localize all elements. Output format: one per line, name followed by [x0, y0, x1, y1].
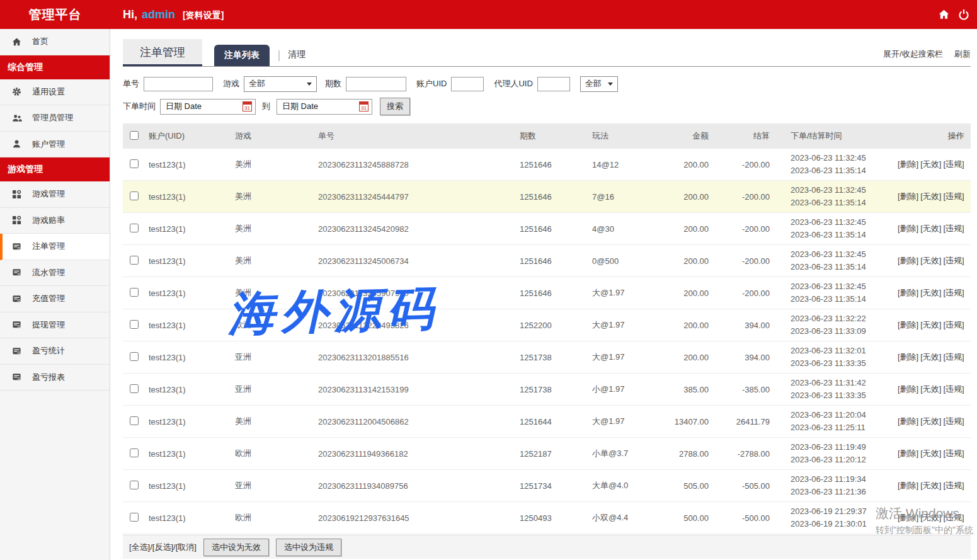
- period-input[interactable]: [346, 77, 406, 91]
- row-checkbox[interactable]: [130, 481, 139, 489]
- profile-settings-link[interactable]: [资料设置]: [183, 10, 224, 21]
- cell-order-no: 20230623113245420982: [318, 224, 520, 234]
- row-checkbox[interactable]: [130, 416, 139, 425]
- cell-settle: -505.00: [709, 481, 770, 491]
- refresh-link[interactable]: 刷新: [954, 49, 971, 60]
- violation-link[interactable]: [违规]: [943, 449, 964, 458]
- delete-link[interactable]: [删除]: [898, 224, 918, 233]
- sidebar-item[interactable]: 账户管理: [0, 132, 110, 158]
- settle-time: 2023-06-23 11:35:14: [791, 229, 896, 241]
- status-select[interactable]: 全部: [580, 76, 618, 92]
- tab-order-list[interactable]: 注单列表: [214, 45, 270, 66]
- select-all-links[interactable]: [全选]/[反选]/[取消]: [129, 542, 197, 553]
- sidebar-item[interactable]: 充值管理: [0, 286, 110, 312]
- order-time: 2023-06-23 11:32:45: [791, 248, 896, 261]
- invalid-link[interactable]: [无效]: [920, 159, 941, 169]
- tab-clean[interactable]: 清理: [288, 49, 306, 66]
- violation-link[interactable]: [违规]: [943, 384, 964, 394]
- sidebar-item[interactable]: 提现管理: [0, 312, 110, 339]
- invalid-link[interactable]: [无效]: [920, 513, 941, 522]
- delete-link[interactable]: [删除]: [898, 384, 918, 394]
- row-checkbox[interactable]: [130, 288, 139, 297]
- order-no-input[interactable]: [144, 77, 213, 91]
- invalid-link[interactable]: [无效]: [920, 416, 941, 426]
- row-checkbox-cell: [123, 416, 149, 427]
- invalid-link[interactable]: [无效]: [920, 384, 941, 394]
- violation-link[interactable]: [违规]: [943, 416, 964, 426]
- delete-link[interactable]: [删除]: [898, 256, 918, 265]
- row-checkbox-cell: [123, 384, 149, 395]
- violation-link[interactable]: [违规]: [943, 352, 964, 362]
- invalid-link[interactable]: [无效]: [920, 191, 941, 201]
- date-from-input[interactable]: 日期 Date: [160, 99, 256, 115]
- agent-uid-input[interactable]: [537, 77, 570, 91]
- cell-order-no: 20230623113222493826: [318, 321, 520, 330]
- row-checkbox[interactable]: [130, 224, 139, 232]
- username: admin: [142, 8, 175, 21]
- delete-link[interactable]: [删除]: [898, 159, 918, 169]
- sidebar-item[interactable]: 流水管理: [0, 260, 110, 287]
- row-checkbox[interactable]: [130, 191, 139, 200]
- delete-link[interactable]: [删除]: [898, 352, 918, 362]
- delete-link[interactable]: [删除]: [898, 513, 918, 522]
- home-icon[interactable]: [938, 9, 950, 20]
- invalid-link[interactable]: [无效]: [920, 320, 941, 329]
- sidebar-item-label: 盈亏统计: [32, 345, 65, 357]
- invalid-link[interactable]: [无效]: [920, 449, 941, 458]
- sidebar-item[interactable]: 管理员管理: [0, 105, 110, 132]
- violation-link[interactable]: [违规]: [943, 224, 964, 233]
- toggle-search-link[interactable]: 展开/收起搜索栏: [883, 49, 943, 60]
- delete-link[interactable]: [删除]: [898, 320, 918, 329]
- row-checkbox[interactable]: [130, 384, 139, 393]
- invalid-link[interactable]: [无效]: [920, 256, 941, 265]
- table-row: test123(1)欧洲202306231119493661821252187小…: [123, 438, 971, 470]
- date-to-input[interactable]: 日期 Date: [277, 99, 372, 115]
- cell-period: 1251738: [520, 353, 592, 362]
- delete-link[interactable]: [删除]: [898, 449, 918, 458]
- violation-link[interactable]: [违规]: [943, 256, 964, 265]
- search-button[interactable]: 搜索: [380, 98, 410, 115]
- cell-amount: 13407.00: [649, 417, 709, 426]
- invalid-link[interactable]: [无效]: [920, 288, 941, 297]
- row-checkbox[interactable]: [130, 352, 139, 361]
- sidebar-item[interactable]: 通用设置: [0, 79, 110, 106]
- violation-link[interactable]: [违规]: [943, 191, 964, 201]
- row-checkbox[interactable]: [130, 513, 139, 522]
- table-body: test123(1)美洲2023062311324588872812516461…: [123, 149, 971, 534]
- sidebar-item[interactable]: 盈亏报表: [0, 365, 110, 391]
- sidebar-item[interactable]: 首页: [0, 29, 110, 55]
- cell-game: 美洲: [235, 191, 318, 202]
- invalid-link[interactable]: [无效]: [920, 352, 941, 362]
- cell-period: 1251738: [520, 385, 592, 394]
- sidebar-item[interactable]: 游戏赔率: [0, 208, 110, 234]
- invalid-link[interactable]: [无效]: [920, 224, 941, 233]
- game-select[interactable]: 全部: [244, 76, 317, 92]
- row-checkbox[interactable]: [130, 320, 139, 329]
- power-icon[interactable]: [958, 9, 969, 20]
- select-all-checkbox[interactable]: [130, 131, 139, 140]
- row-checkbox[interactable]: [130, 256, 139, 265]
- delete-link[interactable]: [删除]: [898, 481, 918, 490]
- account-uid-input[interactable]: [451, 77, 484, 91]
- delete-link[interactable]: [删除]: [898, 416, 918, 426]
- set-violation-button[interactable]: 选中设为违规: [276, 539, 341, 556]
- invalid-link[interactable]: [无效]: [920, 481, 941, 490]
- row-checkbox[interactable]: [130, 159, 139, 168]
- settle-time: 2023-06-23 11:33:09: [791, 325, 896, 338]
- sidebar-item[interactable]: 注单管理: [0, 234, 110, 260]
- delete-link[interactable]: [删除]: [898, 191, 918, 201]
- violation-link[interactable]: [违规]: [943, 481, 964, 490]
- violation-link[interactable]: [违规]: [943, 320, 964, 329]
- sidebar-item[interactable]: 游戏管理: [0, 181, 110, 208]
- violation-link[interactable]: [违规]: [943, 513, 964, 522]
- page-tab-order-management[interactable]: 注单管理: [123, 39, 202, 66]
- sidebar-item[interactable]: 盈亏统计: [0, 338, 110, 365]
- violation-link[interactable]: [违规]: [943, 288, 964, 297]
- set-invalid-button[interactable]: 选中设为无效: [203, 539, 269, 556]
- row-checkbox-cell: [123, 159, 149, 170]
- row-checkbox[interactable]: [130, 449, 139, 457]
- table-row: test123(1)美洲2023062311324500673412516460…: [123, 245, 971, 277]
- cell-game: 亚洲: [235, 480, 318, 491]
- delete-link[interactable]: [删除]: [898, 288, 918, 297]
- violation-link[interactable]: [违规]: [943, 159, 964, 169]
